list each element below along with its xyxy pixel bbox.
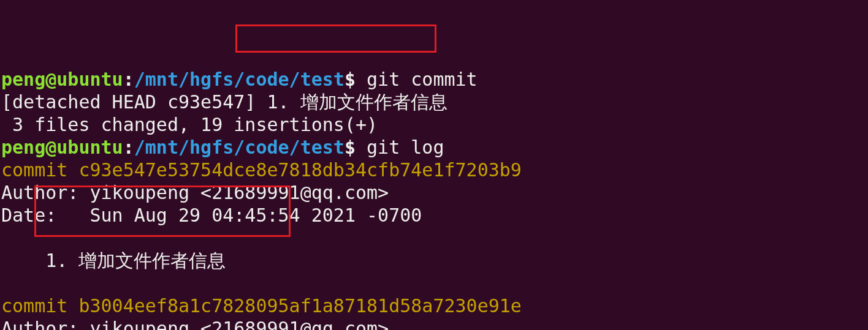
prompt-user: peng xyxy=(1,69,45,90)
highlight-box-commit-msg xyxy=(235,24,436,53)
log-blank-2 xyxy=(1,272,12,294)
log-commit-hash-1: commit c93e547e53754dce8e7818db34cfb74e1… xyxy=(1,159,522,181)
prompt-dollar: $ xyxy=(345,69,367,90)
prompt-colon: : xyxy=(123,137,134,158)
command-git-commit: git commit xyxy=(367,69,478,90)
prompt-colon: : xyxy=(123,69,134,90)
log-blank-1 xyxy=(1,227,12,249)
commit-summary-msg: 1. 增加文件作者信息 xyxy=(256,91,447,113)
prompt-host: ubuntu xyxy=(56,69,123,90)
prompt-path: /mnt/hgfs/code/test xyxy=(134,69,345,90)
log-msg-1: 1. 增加文件作者信息 xyxy=(1,250,226,271)
log-commit-hash-2: commit b3004eef8a1c7828095af1a87181d58a7… xyxy=(1,295,522,317)
log-author-1: Author: yikoupeng <21689991@qq.com> xyxy=(1,182,389,203)
prompt-dollar: $ xyxy=(345,137,367,158)
prompt-at: @ xyxy=(45,69,56,90)
prompt-path: /mnt/hgfs/code/test xyxy=(134,137,345,158)
command-git-log: git log xyxy=(367,137,444,158)
prompt-host: ubuntu xyxy=(56,137,123,158)
log-date-1: Date: Sun Aug 29 04:45:54 2021 -0700 xyxy=(1,204,422,226)
prompt-user: peng xyxy=(1,137,45,158)
commit-stats: 3 files changed, 19 insertions(+) xyxy=(1,114,378,135)
commit-summary-prefix: [detached HEAD c93e547] xyxy=(1,91,256,113)
log-author-2: Author: yikoupeng <21689991@qq.com> xyxy=(1,318,389,330)
prompt-at: @ xyxy=(45,137,56,158)
terminal[interactable]: peng@ubuntu:/mnt/hgfs/code/test$ git com… xyxy=(0,68,868,330)
